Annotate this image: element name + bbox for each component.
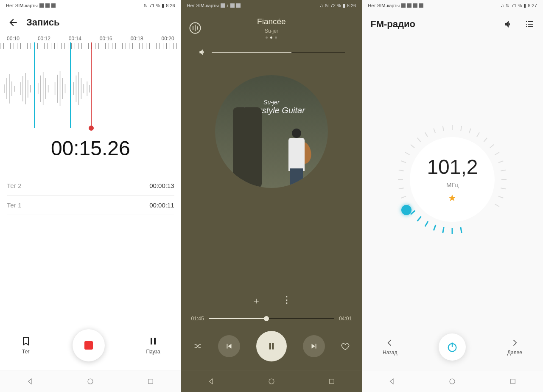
- elapsed: 01:45: [191, 316, 204, 322]
- playback-controls: [181, 325, 362, 370]
- svg-line-46: [501, 188, 506, 189]
- page-title: Запись: [26, 17, 60, 28]
- prev-station-button[interactable]: Назад: [383, 339, 397, 356]
- svg-line-63: [417, 216, 421, 221]
- power-icon: [446, 341, 458, 353]
- tag-time: 00:00:13: [149, 182, 174, 189]
- add-button[interactable]: ＋: [252, 294, 261, 307]
- duration: 04:01: [339, 316, 352, 322]
- album-decor: [233, 107, 262, 188]
- skip-prev-icon: [224, 342, 234, 351]
- sim-status: Нет SIM-карты: [6, 3, 38, 8]
- equalizer-icon[interactable]: [189, 22, 202, 34]
- svg-line-41: [490, 145, 494, 148]
- pause-icon: [266, 341, 277, 352]
- tag-label: Тег 1: [7, 202, 22, 209]
- nav-bar: [362, 370, 543, 392]
- nfc-icon: ℕ: [325, 3, 329, 8]
- statusbar: Нет SIM-карты ♫ ℕ 71 % ▮ 8:27: [362, 0, 543, 11]
- svg-rect-30: [148, 379, 153, 384]
- svg-rect-27: [151, 338, 152, 344]
- nav-recent-icon[interactable]: [147, 378, 154, 385]
- svg-line-58: [399, 188, 404, 189]
- svg-rect-33: [272, 343, 274, 349]
- battery-icon: ▮: [162, 3, 164, 8]
- svg-line-54: [406, 152, 410, 155]
- mail-icon: [51, 3, 56, 8]
- nav-recent-icon[interactable]: [328, 378, 336, 385]
- prev-button[interactable]: [218, 335, 240, 357]
- tag-list: Тег 2 00:00:13 Тег 1 00:00:11: [0, 176, 181, 215]
- pause-icon: [148, 336, 158, 346]
- shuffle-icon[interactable]: [193, 342, 202, 351]
- tag-button[interactable]: Тег: [21, 336, 31, 355]
- headphone-icon: ♫: [501, 3, 504, 8]
- nav-back-icon[interactable]: [26, 378, 34, 385]
- volume-icon: [198, 48, 207, 56]
- elapsed-time: 00:15.26: [0, 137, 181, 160]
- headphone-icon: ♫: [319, 3, 323, 8]
- svg-rect-28: [154, 338, 156, 344]
- clock: 8:26: [347, 3, 356, 8]
- nav-recent-icon[interactable]: [509, 378, 517, 385]
- next-button[interactable]: [303, 335, 325, 357]
- chevron-right-icon: [510, 339, 519, 347]
- svg-rect-35: [330, 379, 334, 384]
- battery-icon: ▮: [523, 3, 526, 8]
- frequency-unit: МГц: [446, 181, 459, 188]
- nav-back-icon[interactable]: [388, 378, 396, 385]
- frequency-dial[interactable]: 101,2 МГц ★: [393, 120, 512, 239]
- nav-back-icon[interactable]: [207, 378, 215, 385]
- clock: 8:27: [528, 3, 537, 8]
- svg-line-53: [411, 145, 414, 148]
- seek-slider[interactable]: [209, 318, 334, 319]
- pause-button[interactable]: Пауза: [146, 336, 160, 355]
- favorite-star[interactable]: ★: [448, 193, 456, 204]
- radio-screen: Нет SIM-карты ♫ ℕ 71 % ▮ 8:27 FM-радио: [362, 0, 543, 392]
- heart-icon[interactable]: [341, 342, 350, 351]
- tag-row[interactable]: Тег 2 00:00:13: [7, 176, 174, 196]
- playhead-marker[interactable]: [91, 42, 92, 128]
- pause-button[interactable]: [256, 331, 287, 361]
- nav-home-icon[interactable]: [87, 378, 94, 385]
- pause-button-label: Пауза: [146, 349, 160, 355]
- album-art-wrap: Su-jer Fingerstyle Guitar: [181, 64, 362, 199]
- more-button[interactable]: ⋮: [282, 294, 291, 307]
- tag-row[interactable]: Тег 1 00:00:11: [7, 196, 174, 215]
- svg-line-62: [425, 221, 428, 227]
- clock: 8:26: [166, 3, 175, 8]
- sim-status: Нет SIM-карты: [187, 3, 219, 8]
- svg-line-37: [461, 126, 462, 131]
- stop-button[interactable]: [73, 329, 105, 361]
- sim-icon: [401, 3, 406, 8]
- next-station-button[interactable]: Далее: [507, 339, 522, 356]
- stop-icon: [84, 341, 93, 350]
- track-title: Fiancée: [202, 17, 342, 26]
- info-icon: [230, 3, 235, 8]
- dial-area: 101,2 МГц ★: [362, 37, 543, 322]
- svg-point-70: [450, 379, 455, 384]
- back-icon[interactable]: [8, 17, 19, 28]
- volume-row[interactable]: [181, 45, 362, 64]
- speaker-icon[interactable]: [503, 19, 513, 29]
- tag-time: 00:00:11: [149, 202, 174, 209]
- track-artist: Su-jer: [202, 28, 342, 34]
- tag-label: Тег 2: [7, 182, 22, 189]
- chevron-left-icon: [386, 339, 394, 347]
- nfc-icon: ℕ: [506, 3, 509, 8]
- album-art[interactable]: Su-jer Fingerstyle Guitar: [215, 75, 328, 188]
- power-button[interactable]: [439, 333, 466, 361]
- nav-home-icon[interactable]: [268, 378, 275, 385]
- tick: 00:16: [100, 36, 112, 42]
- volume-slider[interactable]: [212, 52, 345, 53]
- mail-icon: [236, 3, 241, 8]
- timeline[interactable]: 00:10 00:12 00:14 00:16 00:18 00:20: [0, 34, 181, 128]
- svg-line-44: [501, 170, 506, 171]
- tag-marker[interactable]: [34, 42, 35, 128]
- svg-line-51: [425, 132, 428, 137]
- tag-marker[interactable]: [70, 42, 71, 128]
- nfc-icon: ℕ: [144, 3, 148, 8]
- sim-icon: [39, 3, 44, 8]
- list-icon[interactable]: [524, 19, 535, 29]
- nav-home-icon[interactable]: [448, 378, 456, 385]
